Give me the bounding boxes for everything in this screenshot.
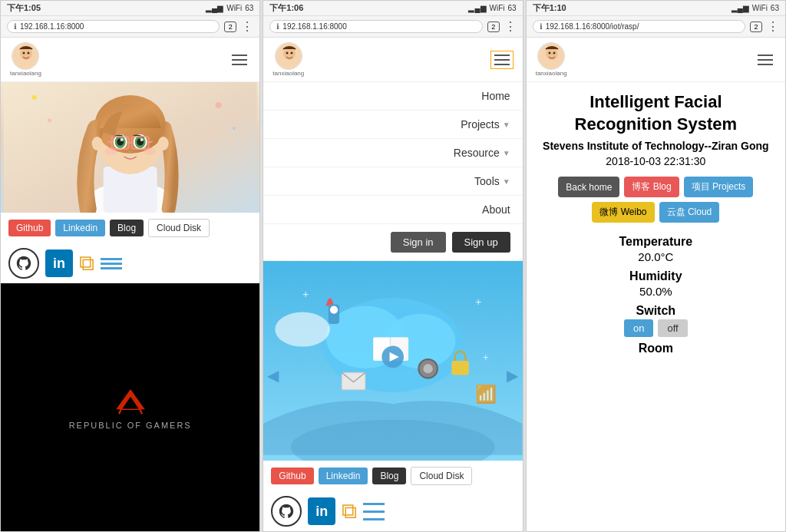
hamburger-line-3a [758, 55, 773, 56]
menu-item-projects[interactable]: Projects ▼ [263, 111, 522, 139]
signin-row: Sign in Sign up [263, 224, 522, 261]
nav-header-3: tanxiaolang [527, 38, 785, 82]
browser-bar-2: ℹ 192.168.1.16:8000 2 ⋮ [263, 16, 522, 38]
url-bar-2[interactable]: ℹ 192.168.1.16:8000 [269, 20, 482, 33]
svg-point-6 [216, 102, 222, 108]
status-bar-2: 下午1:06 ▂▄▆ WiFi 63 [263, 1, 522, 16]
status-icons-2: ▂▄▆ WiFi 63 [468, 4, 516, 12]
social-buttons-2: Github Linkedin Blog Cloud Disk [263, 461, 522, 491]
browser-menu-1[interactable]: ⋮ [241, 19, 253, 34]
url-bar-3[interactable]: ℹ 192.168.1.16:8000/iot/rasp/ [533, 20, 745, 33]
svg-point-26 [105, 147, 117, 155]
menu-line-1 [101, 258, 122, 260]
blog-btn-1[interactable]: Blog [110, 220, 144, 236]
linkedin-btn-1[interactable]: Linkedin [55, 220, 105, 236]
back-home-btn[interactable]: Back home [558, 177, 619, 197]
hamburger-2[interactable] [490, 51, 514, 69]
svg-point-15 [158, 137, 169, 150]
logo-area-3: tanxiaolang [536, 42, 567, 77]
tab-count-3[interactable]: 2 [750, 21, 762, 32]
url-bar-1[interactable]: ℹ 192.168.1.16:8000 [7, 20, 220, 33]
url-text-3: 192.168.1.16:8000/iot/rasp/ [546, 22, 639, 31]
status-time-2: 下午1:06 [269, 2, 303, 14]
signup-btn[interactable]: Sign up [452, 232, 510, 253]
hamburger-3[interactable] [755, 51, 776, 68]
hamburger-line-2a [494, 55, 510, 56]
rss-icon-1[interactable]: ⧉ [79, 251, 94, 276]
p3-buttons-row1: Back home 博客 Blog 项目 Projects [539, 177, 773, 197]
logo-text-1: tanxiaolang [10, 70, 41, 77]
svg-point-59 [553, 52, 556, 55]
svg-point-31 [290, 52, 292, 55]
social-icons-row-1: in ⧉ [1, 243, 259, 283]
linkedin-icon-1[interactable]: in [45, 249, 73, 277]
svg-text:+: + [475, 296, 481, 308]
hamburger-1[interactable] [229, 51, 250, 68]
wifi-icon-1: WiFi [226, 4, 242, 12]
svg-text:📶: 📶 [475, 384, 497, 405]
switch-on-btn[interactable]: on [624, 319, 653, 337]
blog-btn-3[interactable]: 博客 Blog [624, 177, 679, 197]
wifi-icon-3: WiFi [752, 4, 768, 12]
clouddisk-btn-1[interactable]: Cloud Disk [148, 219, 210, 237]
logo-text-2: tanxiaolang [272, 70, 304, 77]
status-bar-3: 下午1:10 ▂▄▆ WiFi 63 [527, 1, 785, 16]
tab-count-1[interactable]: 2 [224, 21, 236, 32]
signin-btn[interactable]: Sign in [391, 232, 446, 253]
menu-item-tools[interactable]: Tools ▼ [263, 167, 522, 196]
p3-buttons-row2: 微博 Weibo 云盘 Cloud [539, 202, 773, 223]
p3-institute: Stevens Institute of Technology--Ziran G… [539, 140, 773, 152]
hamburger-line-2b [494, 59, 510, 61]
menu-item-home[interactable]: Home [263, 82, 522, 111]
dropdown-menu-2: Home Projects ▼ Resource ▼ Tools ▼ About… [263, 82, 522, 261]
anime-figure [1, 82, 259, 213]
menu-item-about[interactable]: About [263, 196, 522, 224]
hamburger-line-3c [758, 64, 773, 65]
nav-header-2: tanxiaolang [263, 38, 522, 82]
blog-btn-2[interactable]: Blog [372, 468, 406, 484]
tab-count-2[interactable]: 2 [487, 21, 500, 32]
browser-bar-3: ℹ 192.168.1.16:8000/iot/rasp/ 2 ⋮ [527, 16, 785, 38]
browser-bar-1: ℹ 192.168.1.16:8000 2 ⋮ [1, 16, 259, 38]
svg-point-27 [144, 147, 156, 155]
svg-point-2 [23, 52, 25, 55]
clouddisk-btn-2[interactable]: Cloud Disk [411, 467, 472, 485]
linkedin-icon-2[interactable]: in [308, 497, 335, 525]
svg-text:+: + [484, 352, 489, 363]
svg-point-46 [276, 312, 331, 347]
logo-area-1: tanxiaolang [10, 42, 41, 77]
svg-text:▶: ▶ [507, 366, 519, 384]
browser-menu-2[interactable]: ⋮ [504, 19, 517, 34]
hamburger-line-2c [494, 64, 510, 65]
linkedin-btn-2[interactable]: Linkedin [319, 468, 368, 484]
svg-point-58 [549, 52, 551, 55]
menu-item-resource[interactable]: Resource ▼ [263, 139, 522, 167]
svg-point-8 [48, 119, 51, 123]
cloud-btn[interactable]: 云盘 Cloud [659, 202, 720, 223]
arrow-projects: ▼ [503, 121, 510, 129]
svg-point-5 [32, 95, 37, 100]
info-icon-3: ℹ [540, 22, 543, 31]
nav-header-1: tanxiaolang [1, 38, 259, 82]
rog-text-1: REPUBLIC OF GAMERS [69, 421, 192, 430]
rss-icon-2[interactable]: ⧉ [342, 499, 357, 524]
svg-text:◀: ◀ [267, 366, 279, 384]
panel-2: 下午1:06 ▂▄▆ WiFi 63 ℹ 192.168.1.16:8000 2… [263, 0, 523, 532]
arrow-resource: ▼ [503, 149, 510, 157]
weibo-btn[interactable]: 微博 Weibo [592, 202, 654, 223]
hamburger-line-3b [758, 59, 773, 61]
cloud-scene: + + + 📶 ◀ ▶ [263, 261, 522, 461]
github-btn-2[interactable]: Github [271, 468, 313, 484]
github-btn-1[interactable]: Github [8, 220, 51, 236]
switch-off-btn[interactable]: off [658, 319, 687, 337]
status-bar-1: 下午1:05 ▂▄▆ WiFi 63 [1, 1, 259, 16]
svg-point-30 [286, 52, 288, 55]
humidity-value: 50.0% [539, 285, 773, 298]
svg-point-48 [330, 306, 338, 313]
github-icon-2[interactable] [271, 496, 302, 527]
browser-menu-3[interactable]: ⋮ [767, 19, 779, 34]
hamburger-line-1c [232, 64, 247, 65]
github-icon-1[interactable] [8, 248, 39, 279]
projects-btn-3[interactable]: 项目 Projects [684, 177, 754, 197]
menu-line-2b [363, 511, 385, 513]
